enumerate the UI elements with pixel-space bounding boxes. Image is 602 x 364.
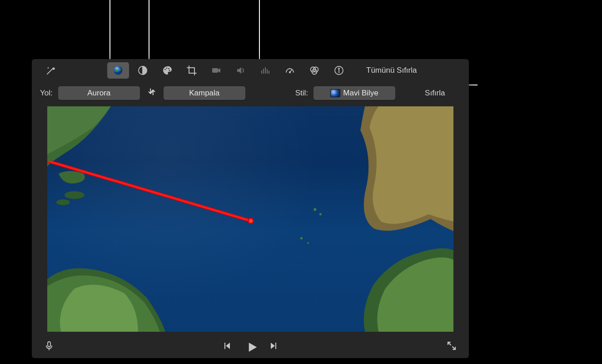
globe-button[interactable] — [107, 62, 129, 79]
svg-point-3 — [166, 68, 168, 69]
svg-point-20 — [313, 208, 316, 211]
speedometer-button[interactable] — [279, 62, 301, 79]
svg-point-17 — [338, 68, 339, 69]
play-button[interactable] — [245, 340, 256, 351]
style-dropdown[interactable]: Mavi Bilye — [313, 86, 395, 100]
svg-point-5 — [169, 70, 170, 71]
filters-button[interactable] — [303, 62, 325, 79]
style-value: Mavi Bilye — [343, 89, 378, 98]
svg-point-19 — [56, 199, 70, 205]
reset-button[interactable]: Sıfırla — [425, 89, 445, 98]
adjustments-toolbar: Tümünü Sıfırla — [32, 59, 469, 82]
next-button[interactable] — [269, 340, 279, 351]
reset-all-button[interactable]: Tümünü Sıfırla — [366, 66, 417, 75]
svg-rect-10 — [267, 69, 268, 74]
volume-button[interactable] — [230, 62, 252, 79]
svg-point-0 — [114, 66, 123, 75]
svg-point-23 — [307, 242, 309, 244]
svg-point-4 — [168, 68, 169, 70]
style-label: Stil: — [295, 89, 308, 98]
microphone-icon[interactable] — [44, 340, 55, 351]
previous-button[interactable] — [221, 340, 232, 351]
swap-icon[interactable] — [144, 87, 159, 100]
destination-value: Kampala — [189, 89, 219, 98]
camera-button[interactable] — [205, 62, 227, 79]
svg-rect-6 — [212, 68, 218, 73]
svg-point-21 — [319, 213, 322, 215]
svg-rect-9 — [265, 67, 266, 74]
svg-point-22 — [300, 237, 303, 239]
svg-rect-7 — [261, 70, 262, 74]
svg-point-18 — [65, 191, 85, 199]
map-preview[interactable] — [47, 106, 453, 332]
contrast-button[interactable] — [132, 62, 154, 79]
viewer-panel: Tümünü Sıfırla Yol: Aurora Kampala Stil:… — [32, 59, 469, 358]
color-palette-button[interactable] — [156, 62, 178, 79]
origin-dropdown[interactable]: Aurora — [58, 86, 140, 100]
svg-rect-11 — [269, 71, 269, 74]
destination-dropdown[interactable]: Kampala — [164, 86, 245, 100]
playback-footer — [32, 334, 469, 358]
globe-thumbnail-icon — [330, 89, 340, 97]
svg-rect-28 — [48, 342, 50, 347]
equalizer-button[interactable] — [254, 62, 276, 79]
map-controls-row: Yol: Aurora Kampala Stil: Mavi Bilye Sıf… — [32, 82, 469, 105]
svg-point-12 — [289, 72, 291, 73]
magic-wand-button[interactable] — [40, 62, 62, 79]
svg-rect-8 — [263, 69, 264, 74]
info-button[interactable] — [328, 62, 350, 79]
fullscreen-button[interactable] — [446, 340, 457, 351]
svg-point-2 — [164, 69, 166, 70]
origin-value: Aurora — [87, 89, 110, 98]
path-label: Yol: — [40, 89, 53, 98]
crop-button[interactable] — [181, 62, 203, 79]
